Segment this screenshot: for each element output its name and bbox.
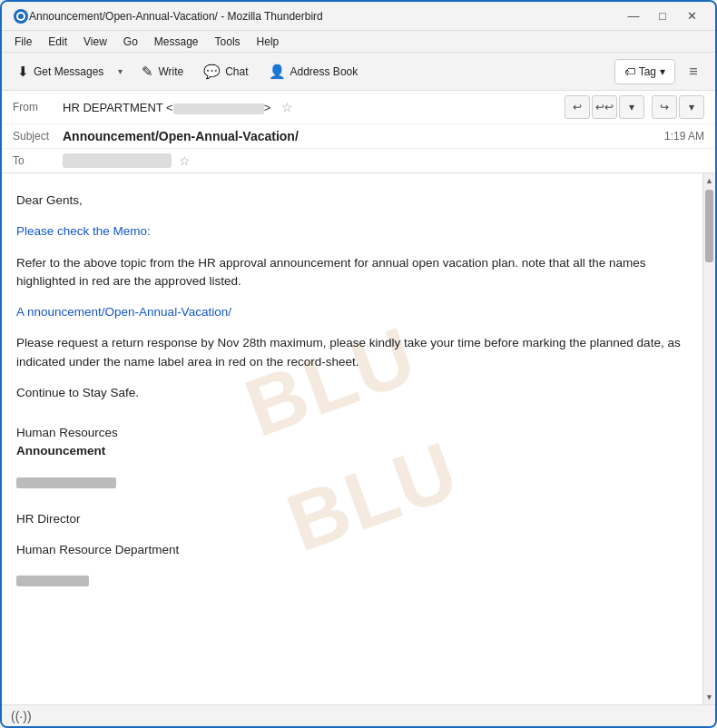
- scrollbar[interactable]: ▲ ▼: [702, 173, 715, 704]
- get-messages-icon: ⬇: [17, 64, 29, 80]
- address-book-label: Address Book: [290, 65, 358, 78]
- from-label: From: [13, 101, 63, 113]
- scroll-up-arrow[interactable]: ▲: [703, 173, 716, 188]
- from-name: HR DEPARTMENT <: [63, 101, 173, 114]
- scroll-down-arrow[interactable]: ▼: [703, 690, 716, 704]
- reply-all-button[interactable]: ↩↩: [592, 95, 617, 119]
- scroll-thumb[interactable]: [705, 190, 713, 262]
- from-close: >: [264, 101, 271, 114]
- chat-label: Chat: [225, 65, 248, 78]
- svg-point-2: [18, 14, 24, 19]
- body-paragraph-2: Please request a return response by Nov …: [16, 334, 684, 371]
- menu-help[interactable]: Help: [250, 34, 287, 50]
- closing-paragraph: Continue to Stay Safe.: [16, 384, 684, 402]
- memo-text: Please check the Memo:: [16, 224, 151, 238]
- get-messages-dropdown[interactable]: ▾: [110, 57, 130, 86]
- sig-title: Announcement: [16, 444, 105, 457]
- sig-dept-line: Human Resource Department: [16, 541, 684, 559]
- from-email-blur: [173, 103, 264, 114]
- status-bar: ((·)): [2, 704, 715, 726]
- reply-back-button[interactable]: ↩: [565, 95, 590, 119]
- menu-bar: File Edit View Go Message Tools Help: [2, 31, 715, 53]
- email-header: From HR DEPARTMENT <> ☆ ↩ ↩↩ ▾ ↪ ▾ Subje…: [2, 91, 715, 173]
- from-row: From HR DEPARTMENT <> ☆ ↩ ↩↩ ▾ ↪ ▾: [2, 91, 715, 124]
- tag-dropdown-arrow: ▾: [660, 65, 665, 78]
- star-icon[interactable]: ☆: [281, 100, 293, 114]
- to-star-icon[interactable]: ☆: [179, 153, 191, 168]
- scroll-track[interactable]: [703, 188, 715, 690]
- tag-button[interactable]: 🏷 Tag ▾: [614, 59, 675, 84]
- signature-block: Human Resources Announcement: [16, 424, 684, 461]
- to-value-blur: [63, 153, 172, 168]
- toolbar: ⬇ Get Messages ▾ ✎ Write 💬 Chat 👤 Addres…: [2, 53, 715, 91]
- address-book-button[interactable]: 👤 Address Book: [260, 57, 367, 86]
- more-actions-dropdown[interactable]: ▾: [619, 95, 644, 119]
- sig-extra-blur-box: [16, 576, 89, 586]
- link-paragraph: A nnouncement/Open-Annual-Vacation/: [16, 303, 684, 321]
- minimize-button[interactable]: —: [621, 7, 646, 25]
- menu-view[interactable]: View: [76, 34, 114, 50]
- menu-file[interactable]: File: [7, 34, 39, 50]
- forward-dropdown[interactable]: ▾: [679, 95, 704, 119]
- hamburger-icon: ≡: [689, 64, 697, 80]
- menu-message[interactable]: Message: [147, 34, 206, 50]
- sig-role-line: HR Director: [16, 510, 684, 528]
- hamburger-menu-button[interactable]: ≡: [679, 57, 708, 86]
- to-label: To: [13, 154, 63, 167]
- email-time: 1:19 AM: [664, 130, 704, 143]
- sig-name-blur: [16, 477, 116, 488]
- email-body-container: BLUBLU Dear Gents, Please check the Memo…: [2, 173, 715, 704]
- memo-paragraph: Please check the Memo:: [16, 222, 684, 241]
- menu-edit[interactable]: Edit: [41, 34, 74, 50]
- title-bar: Announcement/Open-Annual-Vacation/ - Moz…: [2, 2, 715, 31]
- forward-button[interactable]: ↪: [652, 95, 677, 119]
- app-icon: [13, 8, 29, 25]
- email-body: BLUBLU Dear Gents, Please check the Memo…: [2, 173, 702, 704]
- get-messages-button[interactable]: ⬇ Get Messages: [9, 57, 112, 86]
- window-title: Announcement/Open-Annual-Vacation/ - Moz…: [29, 10, 621, 23]
- window-controls: — □ ✕: [621, 7, 704, 25]
- write-label: Write: [158, 65, 183, 78]
- to-row: To ☆: [2, 149, 715, 172]
- write-icon: ✎: [142, 64, 153, 80]
- menu-go[interactable]: Go: [116, 34, 145, 50]
- main-window: Announcement/Open-Annual-Vacation/ - Moz…: [0, 0, 717, 728]
- tag-label: Tag: [639, 65, 656, 78]
- subject-value: Announcement/Open-Annual-Vacation/: [63, 129, 664, 143]
- close-button[interactable]: ✕: [679, 7, 704, 25]
- get-messages-label: Get Messages: [34, 65, 103, 78]
- greeting-paragraph: Dear Gents,: [16, 192, 684, 210]
- subject-row: Subject Announcement/Open-Annual-Vacatio…: [2, 124, 715, 149]
- announcement-link[interactable]: A nnouncement/Open-Annual-Vacation/: [16, 305, 231, 319]
- menu-tools[interactable]: Tools: [208, 34, 248, 50]
- reply-actions: ↩ ↩↩ ▾ ↪ ▾: [565, 95, 704, 119]
- body-paragraph-1: Refer to the above topic from the HR app…: [16, 254, 684, 291]
- connection-status-icon: ((·)): [11, 709, 32, 723]
- chat-icon: 💬: [203, 64, 221, 80]
- sig-company: Human Resources: [16, 426, 118, 439]
- from-value: HR DEPARTMENT <> ☆: [63, 100, 565, 114]
- address-book-icon: 👤: [269, 64, 286, 80]
- sig-blur-line: [16, 474, 684, 497]
- maximize-button[interactable]: □: [650, 7, 675, 25]
- write-button[interactable]: ✎ Write: [133, 57, 192, 86]
- sig-extra-blur: [16, 572, 684, 595]
- tag-icon: 🏷: [624, 65, 635, 78]
- email-content: Dear Gents, Please check the Memo: Refer…: [16, 192, 684, 596]
- chat-button[interactable]: 💬 Chat: [195, 57, 256, 86]
- subject-label: Subject: [13, 130, 63, 143]
